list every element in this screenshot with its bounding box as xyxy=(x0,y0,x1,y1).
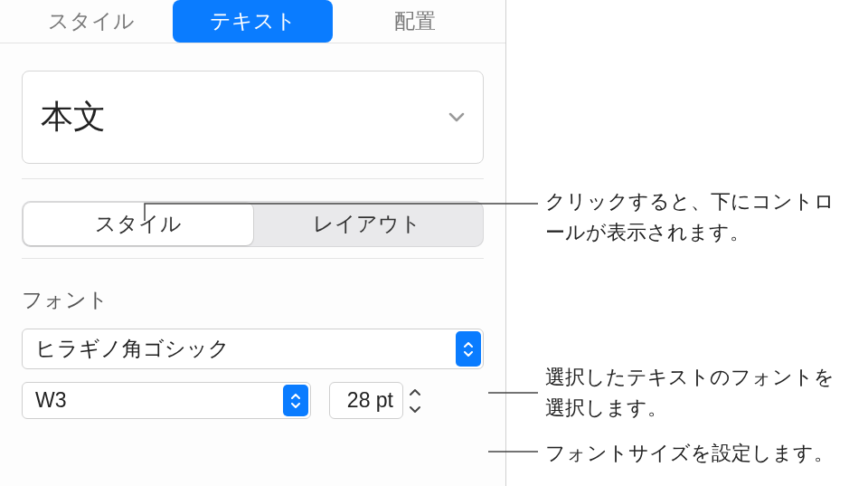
segment-style-label: スタイル xyxy=(95,212,182,235)
font-family-popup[interactable]: ヒラギノ角ゴシック xyxy=(22,329,484,369)
segment-layout-label: レイアウト xyxy=(313,212,421,235)
stepper-down[interactable] xyxy=(405,401,425,417)
tab-style[interactable]: スタイル xyxy=(11,0,171,43)
font-size-group: 28 pt xyxy=(329,382,425,419)
font-size-field[interactable]: 28 pt xyxy=(329,382,403,419)
font-size-stepper xyxy=(405,384,425,417)
inspector-tabs: スタイル テキスト 配置 xyxy=(0,0,505,43)
paragraph-style-label: 本文 xyxy=(41,95,106,139)
callout-font-family: 選択したテキストのフォントを選択します。 xyxy=(545,362,853,424)
tab-text-label: テキスト xyxy=(210,9,297,33)
tab-arrange-label: 配置 xyxy=(394,9,436,33)
font-section-header: フォント xyxy=(22,286,484,314)
font-family-value: ヒラギノ角ゴシック xyxy=(35,335,230,363)
stepper-up[interactable] xyxy=(405,384,425,400)
popup-knob-icon xyxy=(283,385,308,416)
callout-font-size: フォントサイズを設定します。 xyxy=(545,438,862,469)
callout-segmented: クリックすると、下にコントロールが表示されます。 xyxy=(545,186,844,248)
popup-knob-icon xyxy=(456,331,481,367)
paragraph-style-popup[interactable]: 本文 xyxy=(22,71,484,164)
segment-layout[interactable]: レイアウト xyxy=(253,203,483,245)
font-weight-value: W3 xyxy=(35,388,67,413)
tab-style-label: スタイル xyxy=(48,9,135,33)
font-weight-popup[interactable]: W3 xyxy=(22,382,311,419)
tab-text[interactable]: テキスト xyxy=(173,0,333,43)
divider xyxy=(22,178,484,179)
tab-arrange[interactable]: 配置 xyxy=(335,0,495,43)
chevron-down-icon xyxy=(448,112,465,123)
divider xyxy=(22,258,484,259)
font-size-value: 28 pt xyxy=(347,388,393,412)
inspector-panel: スタイル テキスト 配置 本文 スタイル レイアウト フォント ヒラギノ角ゴシッ… xyxy=(0,0,506,486)
segment-style[interactable]: スタイル xyxy=(24,203,253,245)
segmented-control: スタイル レイアウト xyxy=(22,201,484,247)
